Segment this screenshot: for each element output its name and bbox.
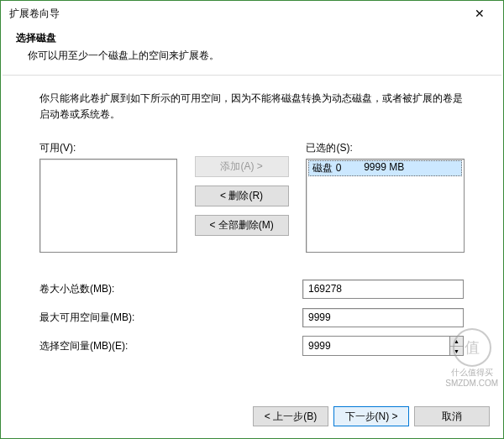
spin-down-button[interactable]: ▼ (450, 347, 463, 356)
lists-area: 可用(V): 添加(A) > < 删除(R) < 全部删除(M) 已选的(S):… (39, 141, 465, 253)
header-title: 选择磁盘 (16, 31, 488, 45)
available-column: 可用(V): (39, 141, 177, 253)
wizard-window: 扩展卷向导 ✕ 选择磁盘 你可以用至少一个磁盘上的空间来扩展卷。 你只能将此卷扩… (0, 0, 504, 439)
close-icon: ✕ (475, 7, 485, 20)
transfer-buttons: 添加(A) > < 删除(R) < 全部删除(M) (177, 141, 307, 253)
note-text: 你只能将此卷扩展到如下所示的可用空间，因为不能将磁盘转换为动态磁盘，或者被扩展的… (39, 91, 465, 123)
selected-label: 已选的(S): (306, 141, 465, 155)
available-listbox[interactable] (39, 159, 177, 253)
next-button[interactable]: 下一步(N) > (333, 406, 409, 426)
field-row-total: 卷大小总数(MB): 169278 (39, 274, 465, 303)
spin-buttons: ▲ ▼ (449, 336, 464, 356)
total-size-value: 169278 (302, 280, 464, 299)
disk-name: 磁盘 0 (312, 161, 341, 175)
watermark-text-bottom: SMZDM.COM (445, 379, 498, 388)
add-button: 添加(A) > (195, 156, 289, 177)
spin-up-button[interactable]: ▲ (450, 337, 463, 347)
remove-all-button[interactable]: < 全部删除(M) (195, 215, 289, 236)
wizard-footer: < 上一步(B) 下一步(N) > 取消 (253, 406, 490, 426)
list-item[interactable]: 磁盘 0 9999 MB (308, 160, 462, 176)
header-subtitle: 你可以用至少一个磁盘上的空间来扩展卷。 (28, 49, 488, 63)
wizard-header: 选择磁盘 你可以用至少一个磁盘上的空间来扩展卷。 (1, 26, 503, 75)
field-row-max: 最大可用空间量(MB): 9999 (39, 303, 465, 332)
selected-column: 已选的(S): 磁盘 0 9999 MB (306, 141, 465, 253)
total-size-label: 卷大小总数(MB): (39, 282, 302, 296)
select-space-input[interactable] (302, 336, 449, 356)
cancel-button[interactable]: 取消 (414, 406, 490, 426)
available-label: 可用(V): (39, 141, 177, 155)
close-button[interactable]: ✕ (463, 2, 496, 25)
selected-listbox[interactable]: 磁盘 0 9999 MB (306, 159, 465, 253)
window-title: 扩展卷向导 (9, 7, 463, 21)
wizard-body: 你只能将此卷扩展到如下所示的可用空间，因为不能将磁盘转换为动态磁盘，或者被扩展的… (1, 76, 503, 368)
disk-size: 9999 MB (364, 161, 404, 175)
titlebar: 扩展卷向导 ✕ (1, 1, 503, 26)
back-button[interactable]: < 上一步(B) (253, 406, 328, 426)
remove-button[interactable]: < 删除(R) (195, 186, 289, 206)
max-space-value: 9999 (302, 308, 464, 327)
select-space-spinner: ▲ ▼ (302, 336, 464, 356)
max-space-label: 最大可用空间量(MB): (39, 311, 302, 325)
field-row-select: 选择空间量(MB)(E): ▲ ▼ (39, 332, 465, 360)
fields-area: 卷大小总数(MB): 169278 最大可用空间量(MB): 9999 选择空间… (39, 274, 465, 360)
select-space-label: 选择空间量(MB)(E): (39, 339, 302, 353)
